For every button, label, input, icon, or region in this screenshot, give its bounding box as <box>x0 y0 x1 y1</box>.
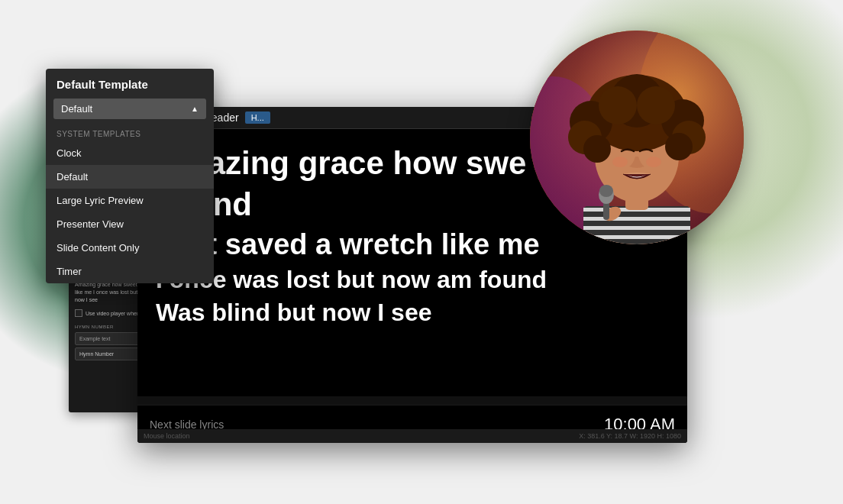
menu-item-timer[interactable]: Timer <box>46 260 214 283</box>
dropdown-panel: Default Template Default ▲ SYSTEM TEMPLA… <box>46 69 214 283</box>
menu-item-large-lyric-preview[interactable]: Large Lyric Preview <box>46 189 214 212</box>
svg-point-25 <box>599 185 613 197</box>
svg-point-21 <box>637 86 675 124</box>
menu-item-presenter-view[interactable]: Presenter View <box>46 212 214 236</box>
svg-rect-7 <box>583 217 690 221</box>
screen-tab[interactable]: H... <box>245 111 270 124</box>
singer-photo <box>530 31 744 244</box>
lyric-line-3: I once was lost but now am found <box>156 265 669 294</box>
menu-item-default[interactable]: Default <box>46 165 214 189</box>
menu-item-slide-content-only[interactable]: Slide Content Only <box>46 236 214 260</box>
system-templates-section-label: SYSTEM TEMPLATES <box>46 124 214 141</box>
svg-rect-8 <box>583 226 690 230</box>
menu-item-clock[interactable]: Clock <box>46 141 214 165</box>
svg-point-20 <box>599 86 637 124</box>
hymn-number-value: Hymn Number <box>79 351 114 357</box>
lyric-line-4: Was blind but now I see <box>156 298 669 327</box>
status-bar: Mouse location X: 381.6 Y: 18.7 W: 1920 … <box>137 429 687 443</box>
template-dropdown[interactable]: Default ▲ <box>53 99 206 119</box>
dropdown-arrow-icon: ▲ <box>191 105 199 113</box>
panel-title: Default Template <box>46 69 214 94</box>
svg-point-26 <box>612 157 628 167</box>
screen-coords: X: 381.6 Y: 18.7 W: 1920 H: 1080 <box>579 432 681 440</box>
mouse-location-label: Mouse location <box>144 432 190 440</box>
svg-point-27 <box>646 157 661 167</box>
svg-point-15 <box>583 135 611 163</box>
video-player-checkbox[interactable] <box>75 309 82 317</box>
example-text-value: Example text <box>79 336 110 341</box>
dropdown-selected-text: Default <box>61 103 92 115</box>
svg-point-18 <box>665 133 693 160</box>
